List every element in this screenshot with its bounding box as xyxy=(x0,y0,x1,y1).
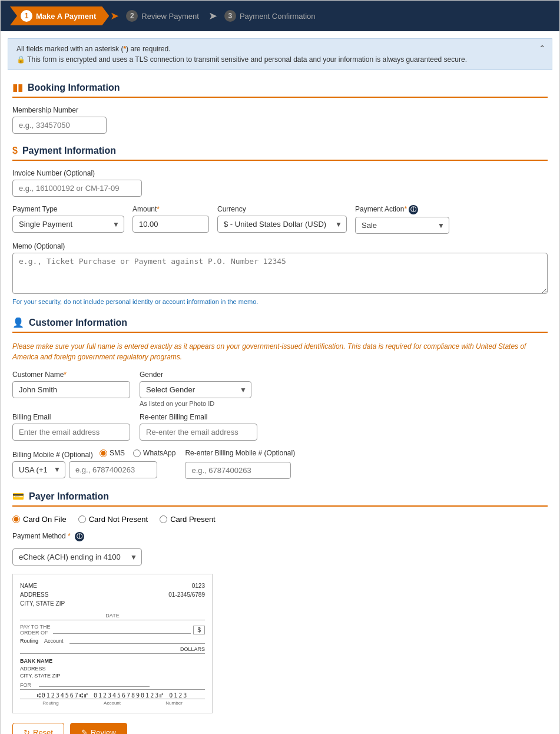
reset-icon: ↻ xyxy=(24,728,30,734)
payment-action-label: Payment Action* ⓘ xyxy=(355,205,449,214)
photo-id-hint: As listed on your Photo ID xyxy=(140,400,251,407)
account-label: Account xyxy=(44,638,64,644)
check-routing-bottom: Routing xyxy=(42,700,59,706)
payment-action-info-icon[interactable]: ⓘ xyxy=(409,205,418,214)
memo-input[interactable] xyxy=(12,253,548,294)
bank-city: CITY, STATE ZIP xyxy=(20,672,61,680)
customer-name-input[interactable] xyxy=(12,381,130,398)
step-3-number: 3 xyxy=(224,10,236,22)
currency-label: Currency xyxy=(217,205,347,213)
payer-title: Payer Information xyxy=(29,491,109,502)
gender-wrapper: Select Gender Male Female Non-Binary Pre… xyxy=(140,381,251,398)
required-notice: All fields marked with an asterisk (*) a… xyxy=(16,45,544,53)
payment-type-select[interactable]: Single Payment Recurring Payment xyxy=(12,216,124,233)
whatsapp-radio[interactable] xyxy=(133,449,141,457)
card-not-present-radio[interactable] xyxy=(78,515,86,523)
memo-group: Memo (Optional) For your security, do no… xyxy=(12,242,548,305)
phone-input-wrapper: USA (+1) UK (+44) CA (+1) ▼ xyxy=(12,461,175,478)
phone-row: Billing Mobile # (Optional) SMS WhatsApp xyxy=(12,449,548,479)
check-name-block: NAME ADDRESS CITY, STATE ZIP xyxy=(20,581,65,608)
booking-section-header: ▮▮ Booking Information xyxy=(12,82,548,98)
check-date-row: DATE xyxy=(20,613,205,620)
customer-name-col: Customer Name* xyxy=(12,371,130,398)
billing-mobile-reenter-label: Re-enter Billing Mobile # (Optional) xyxy=(185,449,295,457)
card-present-label[interactable]: Card Present xyxy=(160,515,216,524)
check-image: NAME ADDRESS CITY, STATE ZIP 0123 01-234… xyxy=(12,574,213,713)
check-for-row: FOR xyxy=(20,682,205,690)
payment-method-select-wrapper: eCheck (ACH) ending in 4100 Visa ending … xyxy=(12,548,142,566)
payment-method-row: Payment Method * ⓘ xyxy=(12,532,548,541)
check-dollar-box: $ xyxy=(193,626,205,634)
check-dollars-row: DOLLARS xyxy=(20,646,205,654)
customer-title: Customer Information xyxy=(29,318,127,328)
check-bank-block: BANK NAME ADDRESS CITY, STATE ZIP xyxy=(20,657,205,680)
review-button[interactable]: ✎ Review xyxy=(70,723,127,734)
reset-button[interactable]: ↻ Reset xyxy=(12,723,64,734)
billing-mobile-label: Billing Mobile # (Optional) SMS WhatsApp xyxy=(12,449,175,459)
card-on-file-text: Card On File xyxy=(23,515,67,524)
payment-method-select[interactable]: eCheck (ACH) ending in 4100 Visa ending … xyxy=(12,548,142,566)
membership-group: Membership Number xyxy=(12,106,548,134)
step-2-number: 2 xyxy=(126,10,138,22)
billing-email-label: Billing Email xyxy=(12,413,130,421)
card-present-radio[interactable] xyxy=(160,515,167,523)
check-routing-line xyxy=(69,638,205,644)
payer-type-row: Card On File Card Not Present Card Prese… xyxy=(12,515,548,524)
customer-section-header: 👤 Customer Information xyxy=(12,317,548,333)
customer-name-row: Customer Name* Gender Select Gender Male… xyxy=(12,371,548,407)
routing-label: Routing xyxy=(20,638,38,644)
check-pay-line xyxy=(53,626,191,634)
gender-select[interactable]: Select Gender Male Female Non-Binary Pre… xyxy=(140,381,251,398)
card-not-present-label[interactable]: Card Not Present xyxy=(78,515,148,524)
check-account-bottom: Account xyxy=(104,700,121,706)
amount-input[interactable] xyxy=(132,216,209,233)
buttons-row: ↻ Reset ✎ Review xyxy=(12,723,548,734)
step-1[interactable]: 1 Make A Payment xyxy=(10,6,109,25)
collapse-button[interactable]: ⌃ xyxy=(539,44,546,53)
payment-method-info-icon[interactable]: ⓘ xyxy=(75,532,84,541)
payment-action-wrapper: Sale Authorization ▼ xyxy=(355,217,449,234)
sms-radio[interactable] xyxy=(100,449,107,457)
customer-name-label: Customer Name* xyxy=(12,371,130,379)
bank-name: BANK NAME xyxy=(20,657,61,665)
phone-reenter-col: Re-enter Billing Mobile # (Optional) xyxy=(185,449,295,479)
sms-whatsapp-group: SMS WhatsApp xyxy=(100,449,175,457)
reset-label: Reset xyxy=(33,728,53,734)
billing-email-input[interactable] xyxy=(12,424,130,441)
invoice-group: Invoice Number (Optional) xyxy=(12,169,548,197)
check-bank-address: BANK NAME ADDRESS CITY, STATE ZIP xyxy=(20,657,61,680)
memo-hint: For your security, do not include person… xyxy=(12,298,548,305)
whatsapp-radio-label[interactable]: WhatsApp xyxy=(133,449,175,457)
billing-email-reenter-col: Re-enter Billing Email xyxy=(140,413,257,441)
gender-label: Gender xyxy=(140,371,251,379)
phone-col: Billing Mobile # (Optional) SMS WhatsApp xyxy=(12,449,175,478)
step-3[interactable]: 3 Payment Confirmation xyxy=(218,6,324,25)
currency-select[interactable]: $ - United States Dollar (USD) € - Euro … xyxy=(217,216,347,233)
pencil-icon: ✎ xyxy=(81,728,88,734)
check-pay-row: PAY TO THEORDER OF $ xyxy=(20,624,205,636)
pay-to-order: PAY TO THEORDER OF xyxy=(20,624,51,636)
card-on-file-radio[interactable] xyxy=(12,515,20,523)
check-name: NAME xyxy=(20,581,65,590)
check-routing-account: 01-2345/6789 xyxy=(168,590,205,599)
check-routing-row: Routing Account xyxy=(20,638,205,644)
card-on-file-label[interactable]: Card On File xyxy=(12,515,67,524)
step-2[interactable]: 2 Review Payment xyxy=(120,6,207,25)
step-1-number: 1 xyxy=(21,10,32,22)
invoice-input[interactable] xyxy=(12,180,142,197)
country-code-select[interactable]: USA (+1) UK (+44) CA (+1) xyxy=(12,461,65,478)
payment-action-select[interactable]: Sale Authorization xyxy=(355,217,449,234)
payment-type-label: Payment Type xyxy=(12,205,124,213)
billing-mobile-reenter-input[interactable] xyxy=(185,462,291,479)
membership-input[interactable] xyxy=(12,117,107,134)
payment-method-select-group: eCheck (ACH) ending in 4100 Visa ending … xyxy=(12,548,548,566)
currency-col: Currency $ - United States Dollar (USD) … xyxy=(217,205,347,233)
amount-label: Amount* xyxy=(132,205,209,213)
check-routing-label-row: Routing Account Number xyxy=(20,699,205,706)
memo-label: Memo (Optional) xyxy=(12,242,548,250)
sms-radio-label[interactable]: SMS xyxy=(100,449,125,457)
check-number-bottom: Number xyxy=(165,700,182,706)
billing-mobile-input[interactable] xyxy=(69,461,157,478)
billing-email-reenter-input[interactable] xyxy=(140,424,257,441)
whatsapp-label: WhatsApp xyxy=(143,449,175,457)
